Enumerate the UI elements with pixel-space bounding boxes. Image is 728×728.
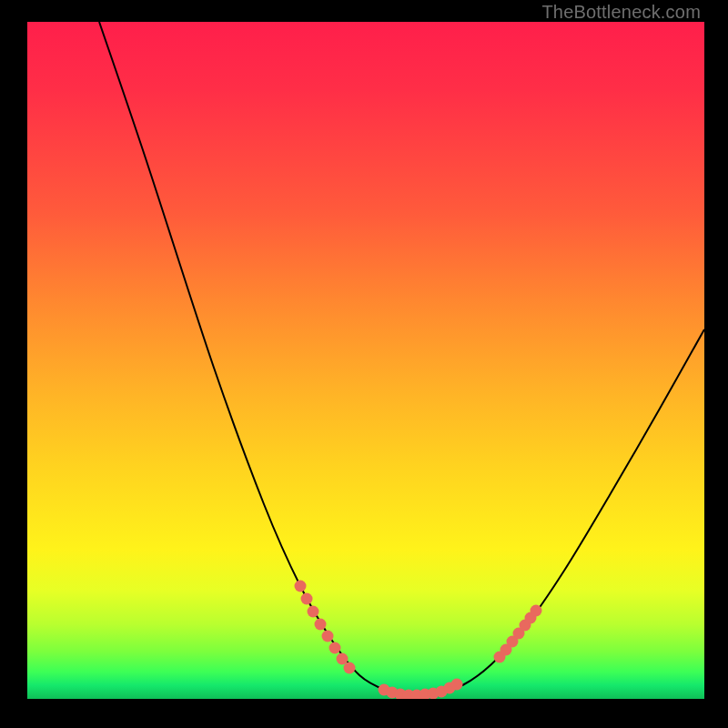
data-point-marker [531,605,542,617]
data-point-marker [301,593,313,605]
curve-layer [27,22,704,699]
data-point-marker [308,606,319,618]
data-point-marker [315,619,327,631]
chart-frame: TheBottleneck.com [0,0,728,728]
data-point-marker [295,581,307,592]
data-point-marker [329,642,341,654]
curve-markers [295,581,542,700]
data-point-marker [344,662,356,674]
plot-area [27,22,704,699]
bottleneck-curve [99,22,704,695]
watermark-text: TheBottleneck.com [541,2,701,23]
data-point-marker [322,631,334,642]
data-point-marker [451,679,463,691]
